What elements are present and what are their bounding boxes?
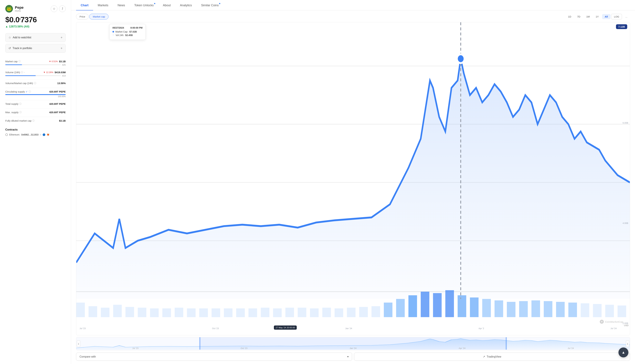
fdmc-info-icon[interactable]: ⓘ bbox=[32, 119, 35, 122]
tab-similar-coins[interactable]: Similar Coins bbox=[196, 0, 223, 10]
contracts-title: Contracts bbox=[5, 128, 66, 131]
svg-rect-29 bbox=[359, 307, 368, 317]
svg-rect-9 bbox=[113, 305, 122, 317]
watchlist-star-button[interactable]: ☆ bbox=[51, 6, 57, 12]
add-to-watchlist-button[interactable]: ☆ Add to watchlist + bbox=[5, 33, 66, 42]
svg-rect-49 bbox=[605, 305, 614, 317]
svg-rect-47 bbox=[581, 303, 589, 317]
svg-point-52 bbox=[457, 54, 465, 63]
scroll-to-top-button[interactable]: ▲ bbox=[618, 348, 628, 358]
coin-header: 🐸 Pepe PEPE ☆ ⤴ bbox=[5, 5, 66, 12]
svg-rect-21 bbox=[261, 308, 269, 317]
tradingview-button[interactable]: ↗ TradingView bbox=[354, 352, 630, 361]
vol-market-value: 13.59% bbox=[57, 82, 66, 84]
verified-icon: ✓ bbox=[26, 90, 28, 93]
total-supply-info-icon[interactable]: ⓘ bbox=[19, 102, 22, 106]
time-all-button[interactable]: All bbox=[602, 14, 610, 19]
time-1d-button[interactable]: 1D bbox=[565, 14, 574, 19]
mini-x-label-1: Jul '23 bbox=[132, 347, 138, 350]
price-dollar: $0.0 bbox=[5, 15, 20, 24]
coinmarketcap-watermark: M CoinMarketCap bbox=[600, 320, 623, 324]
volume-expand-icon[interactable]: › bbox=[24, 71, 25, 74]
svg-rect-38 bbox=[470, 298, 479, 317]
vol-market-row: Volume/Market cap (24h) ⓘ 13.59% bbox=[5, 80, 66, 88]
vol-market-label: Volume/Market cap (24h) ⓘ bbox=[5, 82, 36, 85]
chart-area: Price Market cap 1D 7D 1M 1Y All LOG ... bbox=[71, 10, 635, 364]
svg-rect-15 bbox=[187, 308, 196, 317]
market-cap-info-icon[interactable]: ⓘ bbox=[18, 60, 21, 63]
volume-bar bbox=[5, 75, 61, 76]
contract-link-icon-1[interactable]: 🔵 bbox=[43, 133, 45, 136]
stats-section: Market cap ⓘ ▼ 0.51% $3.1B #25 bbox=[5, 58, 66, 125]
time-7d-button[interactable]: 7D bbox=[574, 14, 583, 19]
tradingview-link-icon: ↗ bbox=[483, 355, 485, 358]
price-decimals: 7376 bbox=[21, 15, 37, 24]
svg-rect-14 bbox=[175, 308, 183, 317]
svg-rect-48 bbox=[593, 304, 601, 317]
similar-coins-dot bbox=[219, 3, 220, 4]
fdmc-row: Fully diluted market cap ⓘ $3.1B bbox=[5, 117, 66, 125]
contract-row-ethereum: ⬡ Ethereum: 0x6982...311933 ⎘ 🔵 🦊 bbox=[5, 133, 66, 136]
svg-rect-34 bbox=[421, 292, 429, 317]
vol-market-info-icon[interactable]: ⓘ bbox=[34, 82, 36, 85]
svg-rect-46 bbox=[568, 302, 577, 317]
svg-rect-6 bbox=[76, 302, 85, 317]
time-log-button[interactable]: LOG bbox=[611, 14, 622, 19]
svg-rect-31 bbox=[384, 302, 392, 317]
svg-rect-25 bbox=[310, 308, 319, 317]
circ-supply-bar bbox=[5, 94, 66, 95]
svg-rect-35 bbox=[433, 293, 442, 317]
market-cap-type-button[interactable]: Market cap bbox=[89, 14, 109, 20]
svg-rect-8 bbox=[101, 308, 110, 317]
svg-rect-27 bbox=[335, 308, 343, 317]
contracts-section: Contracts ⬡ Ethereum: 0x6982...311933 ⎘ … bbox=[5, 128, 66, 136]
left-panel: 🐸 Pepe PEPE ☆ ⤴ $0.057376 ▲ 12873.58% (A… bbox=[0, 0, 71, 364]
watchlist-icon: ☆ bbox=[9, 36, 11, 39]
track-portfolio-button[interactable]: ↺ Track in portfolio + bbox=[5, 44, 66, 53]
svg-rect-50 bbox=[618, 305, 626, 317]
time-1y-button[interactable]: 1Y bbox=[593, 14, 601, 19]
chart-badge: 7.12B bbox=[616, 24, 627, 29]
right-panel: Chart Markets News Token Unlocks About A… bbox=[71, 0, 635, 364]
coin-name: Pepe bbox=[15, 6, 24, 10]
contract-link-icon-2[interactable]: 🦊 bbox=[47, 133, 50, 136]
tab-analytics[interactable]: Analytics bbox=[175, 0, 196, 10]
tab-about[interactable]: About bbox=[158, 0, 175, 10]
share-button[interactable]: ⤴ bbox=[59, 6, 66, 12]
fdmc-value: $3.1B bbox=[59, 119, 66, 122]
fdmc-label: Fully diluted market cap ⓘ bbox=[5, 119, 35, 122]
time-1m-button[interactable]: 1M bbox=[583, 14, 592, 19]
tab-chart[interactable]: Chart bbox=[76, 0, 93, 10]
chart-type-buttons: Price Market cap bbox=[76, 14, 109, 20]
tab-bar: Chart Markets News Token Unlocks About A… bbox=[71, 0, 635, 10]
circ-supply-info-icon[interactable]: ⓘ bbox=[29, 90, 31, 93]
tab-token-unlocks[interactable]: Token Unlocks bbox=[130, 0, 158, 10]
svg-rect-33 bbox=[409, 295, 417, 317]
price-type-button[interactable]: Price bbox=[76, 14, 89, 20]
mini-chart-left-button[interactable]: ‖ bbox=[77, 340, 80, 347]
compare-with-button[interactable]: Compare with ▾ bbox=[76, 352, 352, 361]
circ-supply-pct: 100.00% bbox=[5, 95, 66, 98]
svg-rect-11 bbox=[138, 308, 146, 317]
time-more-button[interactable]: ... bbox=[622, 14, 630, 19]
mini-chart-right-button[interactable]: ‖ bbox=[626, 340, 629, 347]
market-cap-bar bbox=[5, 64, 61, 65]
mini-x-label-2: Oct '23 bbox=[241, 347, 247, 350]
main-chart: 6.00B 4.00B 2.00B Jul '23 Oct '23 Jan '2… bbox=[76, 22, 630, 336]
tab-news[interactable]: News bbox=[113, 0, 130, 10]
copy-address-icon[interactable]: ⎘ bbox=[40, 133, 41, 136]
svg-rect-17 bbox=[211, 308, 220, 317]
ethereum-icon: ⬡ bbox=[5, 133, 8, 136]
max-supply-info-icon[interactable]: ⓘ bbox=[19, 111, 22, 114]
svg-rect-19 bbox=[236, 308, 245, 317]
svg-rect-41 bbox=[507, 302, 515, 317]
volume-row: Volume (24h) ⓘ › ▼ 12.26% $419.03M #14 bbox=[5, 68, 66, 80]
volume-info-icon[interactable]: ⓘ bbox=[21, 71, 23, 74]
svg-rect-39 bbox=[482, 299, 491, 317]
market-cap-rank: #25 bbox=[62, 64, 66, 66]
svg-rect-45 bbox=[556, 302, 565, 317]
tab-markets[interactable]: Markets bbox=[93, 0, 113, 10]
contract-chain-label: Ethereum: bbox=[9, 133, 20, 136]
circ-supply-row: Circulating supply ✓ ⓘ 420.69T PEPE 100.… bbox=[5, 88, 66, 100]
mini-x-label-5: Jul '24 bbox=[568, 347, 574, 350]
